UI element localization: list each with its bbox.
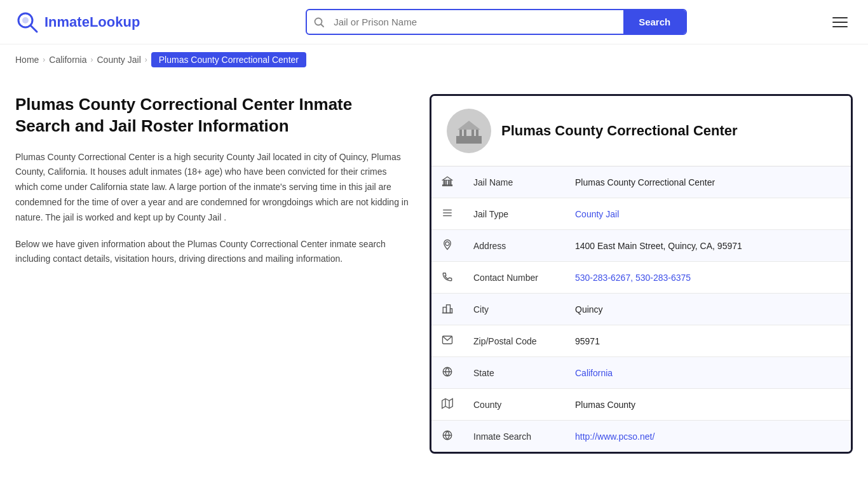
row-icon xyxy=(431,389,463,421)
breadcrumb: Home › California › County Jail › Plumas… xyxy=(0,44,868,75)
hamburger-menu[interactable] xyxy=(827,12,853,32)
svg-rect-16 xyxy=(449,180,450,186)
row-value: Plumas County Correctional Center xyxy=(565,166,851,198)
row-value: Quincy xyxy=(565,294,851,325)
svg-point-3 xyxy=(315,18,322,25)
row-value[interactable]: http://www.pcso.net/ xyxy=(565,421,851,452)
row-value[interactable]: County Jail xyxy=(565,198,851,230)
value-link[interactable]: http://www.pcso.net/ xyxy=(575,431,654,442)
value-text: 95971 xyxy=(575,336,600,346)
svg-point-22 xyxy=(445,242,449,246)
description-1: Plumas County Correctional Center is a h… xyxy=(15,150,409,226)
logo-icon xyxy=(15,10,39,34)
search-bar: Search xyxy=(306,9,687,35)
value-text: Plumas County Correctional Center xyxy=(575,177,715,187)
svg-line-4 xyxy=(322,24,324,27)
row-label: Contact Number xyxy=(463,262,565,294)
logo-text: InmateLookup xyxy=(44,14,140,30)
svg-point-5 xyxy=(450,112,488,150)
svg-rect-17 xyxy=(451,180,452,186)
svg-rect-9 xyxy=(471,130,474,136)
value-text: 1400 East Main Street, Quincy, CA, 95971 xyxy=(575,241,742,251)
search-input[interactable] xyxy=(331,10,623,34)
breadcrumb-type[interactable]: County Jail xyxy=(97,55,141,65)
svg-rect-24 xyxy=(447,305,451,313)
logo-link[interactable]: InmateLookup xyxy=(15,10,140,34)
row-icon xyxy=(431,262,463,294)
svg-rect-8 xyxy=(464,130,466,136)
row-label: City xyxy=(463,294,565,325)
svg-marker-18 xyxy=(443,177,452,180)
info-card: Plumas County Correctional Center Jail N… xyxy=(430,94,853,454)
row-label: Jail Name xyxy=(463,166,565,198)
search-button[interactable]: Search xyxy=(623,10,686,34)
row-label: County xyxy=(463,389,565,421)
row-label: Jail Type xyxy=(463,198,565,230)
breadcrumb-chevron-1: › xyxy=(43,55,45,64)
svg-rect-25 xyxy=(451,309,452,313)
svg-rect-12 xyxy=(466,132,471,136)
hamburger-line-1 xyxy=(832,17,848,18)
breadcrumb-chevron-2: › xyxy=(91,55,93,64)
svg-marker-30 xyxy=(442,399,453,409)
main-content: Plumas County Correctional Center Inmate… xyxy=(0,75,868,473)
value-text: Quincy xyxy=(575,304,603,315)
value-link[interactable]: California xyxy=(575,368,613,378)
breadcrumb-current: Plumas County Correctional Center xyxy=(151,52,306,67)
table-row: Contact Number 530-283-6267, 530-283-637… xyxy=(431,262,851,294)
svg-rect-6 xyxy=(456,136,482,144)
row-value: 95971 xyxy=(565,325,851,357)
table-row: State California xyxy=(431,357,851,389)
svg-rect-23 xyxy=(443,308,446,313)
page-title: Plumas County Correctional Center Inmate… xyxy=(15,94,409,137)
row-value: 1400 East Main Street, Quincy, CA, 95971 xyxy=(565,230,851,262)
row-label: State xyxy=(463,357,565,389)
svg-rect-7 xyxy=(459,130,462,136)
row-label: Zip/Postal Code xyxy=(463,325,565,357)
hamburger-line-2 xyxy=(832,22,848,23)
table-row: Jail Type County Jail xyxy=(431,198,851,230)
svg-line-1 xyxy=(31,25,37,32)
table-row: Jail Name Plumas County Correctional Cen… xyxy=(431,166,851,198)
table-row: Address 1400 East Main Street, Quincy, C… xyxy=(431,230,851,262)
row-label: Inmate Search xyxy=(463,421,565,452)
card-title: Plumas County Correctional Center xyxy=(501,123,738,139)
table-row: County Plumas County xyxy=(431,389,851,421)
svg-rect-10 xyxy=(476,130,478,136)
card-header: Plumas County Correctional Center xyxy=(431,96,851,166)
svg-rect-14 xyxy=(444,180,445,186)
svg-point-2 xyxy=(22,17,29,24)
hamburger-line-3 xyxy=(832,26,848,27)
facility-image xyxy=(447,109,491,153)
row-icon xyxy=(431,230,463,262)
table-row: Inmate Search http://www.pcso.net/ xyxy=(431,421,851,452)
breadcrumb-state[interactable]: California xyxy=(49,55,86,65)
value-link[interactable]: County Jail xyxy=(575,209,619,219)
search-icon xyxy=(307,17,331,28)
row-icon xyxy=(431,198,463,230)
table-row: Zip/Postal Code 95971 xyxy=(431,325,851,357)
header: InmateLookup Search xyxy=(0,0,868,44)
row-icon xyxy=(431,166,463,198)
value-link[interactable]: 530-283-6267, 530-283-6375 xyxy=(575,273,691,283)
row-value: Plumas County xyxy=(565,389,851,421)
row-icon xyxy=(431,357,463,389)
table-row: City Quincy xyxy=(431,294,851,325)
breadcrumb-home[interactable]: Home xyxy=(15,55,39,65)
row-icon xyxy=(431,421,463,452)
description-2: Below we have given information about th… xyxy=(15,237,409,268)
row-value[interactable]: 530-283-6267, 530-283-6375 xyxy=(565,262,851,294)
row-icon xyxy=(431,294,463,325)
left-column: Plumas County Correctional Center Inmate… xyxy=(15,94,409,454)
value-text: Plumas County xyxy=(575,400,635,410)
right-column: Plumas County Correctional Center Jail N… xyxy=(430,94,853,454)
row-label: Address xyxy=(463,230,565,262)
info-table: Jail Name Plumas County Correctional Cen… xyxy=(431,166,851,452)
row-icon xyxy=(431,325,463,357)
svg-rect-15 xyxy=(445,180,447,186)
breadcrumb-chevron-3: › xyxy=(145,55,147,64)
row-value[interactable]: California xyxy=(565,357,851,389)
